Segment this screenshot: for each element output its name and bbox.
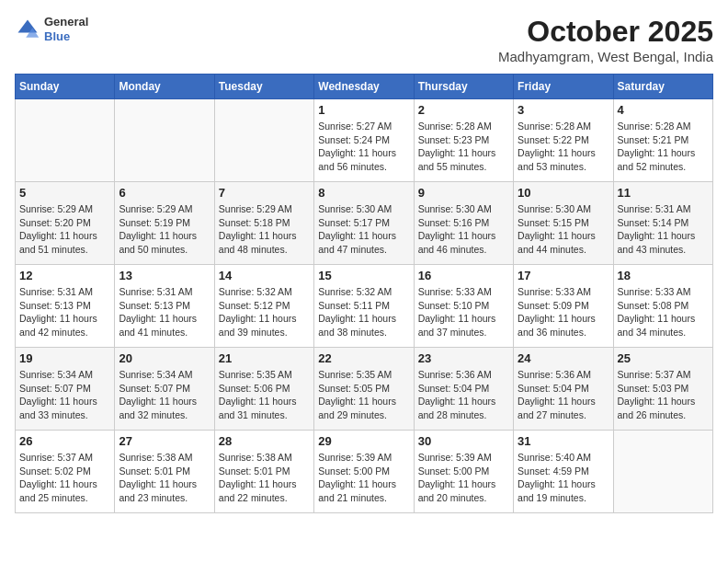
day-info: Sunrise: 5:36 AMSunset: 5:04 PMDaylight:… xyxy=(418,368,509,422)
day-info: Sunrise: 5:27 AMSunset: 5:24 PMDaylight:… xyxy=(318,120,409,174)
day-info: Sunrise: 5:39 AMSunset: 5:00 PMDaylight:… xyxy=(318,451,409,505)
calendar-cell: 20Sunrise: 5:34 AMSunset: 5:07 PMDayligh… xyxy=(115,348,214,431)
weekday-header: Sunday xyxy=(16,75,115,99)
day-number: 6 xyxy=(119,186,210,200)
day-info: Sunrise: 5:30 AMSunset: 5:15 PMDaylight:… xyxy=(518,202,609,257)
calendar-cell: 8Sunrise: 5:30 AMSunset: 5:17 PMDaylight… xyxy=(314,182,414,265)
weekday-header: Thursday xyxy=(414,75,513,99)
day-info: Sunrise: 5:28 AMSunset: 5:23 PMDaylight:… xyxy=(418,120,509,174)
calendar-cell: 22Sunrise: 5:35 AMSunset: 5:05 PMDayligh… xyxy=(314,348,414,431)
day-number: 9 xyxy=(418,186,509,200)
calendar-cell: 13Sunrise: 5:31 AMSunset: 5:13 PMDayligh… xyxy=(115,265,214,348)
day-info: Sunrise: 5:39 AMSunset: 5:00 PMDaylight:… xyxy=(418,451,509,505)
logo-icon xyxy=(15,17,40,42)
day-number: 10 xyxy=(518,186,609,200)
calendar-cell: 24Sunrise: 5:36 AMSunset: 5:04 PMDayligh… xyxy=(514,348,613,431)
day-info: Sunrise: 5:33 AMSunset: 5:09 PMDaylight:… xyxy=(518,285,609,339)
day-number: 1 xyxy=(318,103,409,117)
calendar-cell: 27Sunrise: 5:38 AMSunset: 5:01 PMDayligh… xyxy=(115,431,214,513)
calendar-cell: 31Sunrise: 5:40 AMSunset: 4:59 PMDayligh… xyxy=(514,431,613,513)
day-number: 3 xyxy=(518,103,609,117)
day-number: 24 xyxy=(518,351,609,365)
calendar-cell: 6Sunrise: 5:29 AMSunset: 5:19 PMDaylight… xyxy=(115,182,214,265)
weekday-header: Saturday xyxy=(613,75,712,99)
calendar-cell xyxy=(613,431,712,513)
calendar-cell: 21Sunrise: 5:35 AMSunset: 5:06 PMDayligh… xyxy=(214,348,313,431)
location: Madhyamgram, West Bengal, India xyxy=(498,49,713,64)
day-number: 7 xyxy=(219,186,310,200)
calendar-cell xyxy=(16,99,115,182)
calendar-cell: 5Sunrise: 5:29 AMSunset: 5:20 PMDaylight… xyxy=(16,182,115,265)
calendar-cell: 28Sunrise: 5:38 AMSunset: 5:01 PMDayligh… xyxy=(214,431,313,513)
calendar-cell: 10Sunrise: 5:30 AMSunset: 5:15 PMDayligh… xyxy=(514,182,613,265)
day-info: Sunrise: 5:34 AMSunset: 5:07 PMDaylight:… xyxy=(19,368,110,422)
day-info: Sunrise: 5:37 AMSunset: 5:02 PMDaylight:… xyxy=(19,451,110,505)
weekday-header: Tuesday xyxy=(214,75,313,99)
day-number: 20 xyxy=(119,351,210,365)
day-info: Sunrise: 5:31 AMSunset: 5:14 PMDaylight:… xyxy=(618,202,709,257)
month-title: October 2025 xyxy=(498,15,713,49)
day-number: 26 xyxy=(19,434,110,448)
day-number: 5 xyxy=(19,186,110,200)
day-info: Sunrise: 5:35 AMSunset: 5:06 PMDaylight:… xyxy=(219,368,310,422)
day-info: Sunrise: 5:31 AMSunset: 5:13 PMDaylight:… xyxy=(19,285,110,339)
day-number: 27 xyxy=(119,434,210,448)
day-info: Sunrise: 5:33 AMSunset: 5:08 PMDaylight:… xyxy=(618,285,709,339)
calendar-cell: 30Sunrise: 5:39 AMSunset: 5:00 PMDayligh… xyxy=(414,431,513,513)
day-info: Sunrise: 5:37 AMSunset: 5:03 PMDaylight:… xyxy=(618,368,709,422)
calendar-table: SundayMondayTuesdayWednesdayThursdayFrid… xyxy=(15,74,713,513)
calendar-cell: 16Sunrise: 5:33 AMSunset: 5:10 PMDayligh… xyxy=(414,265,513,348)
day-number: 30 xyxy=(418,434,509,448)
calendar-cell: 2Sunrise: 5:28 AMSunset: 5:23 PMDaylight… xyxy=(414,99,513,182)
day-info: Sunrise: 5:36 AMSunset: 5:04 PMDaylight:… xyxy=(518,368,609,422)
calendar-cell: 17Sunrise: 5:33 AMSunset: 5:09 PMDayligh… xyxy=(514,265,613,348)
day-info: Sunrise: 5:33 AMSunset: 5:10 PMDaylight:… xyxy=(418,285,509,339)
day-info: Sunrise: 5:31 AMSunset: 5:13 PMDaylight:… xyxy=(119,285,210,339)
calendar-week-row: 5Sunrise: 5:29 AMSunset: 5:20 PMDaylight… xyxy=(16,182,713,265)
logo: General Blue xyxy=(15,15,88,43)
day-number: 22 xyxy=(318,351,409,365)
day-number: 2 xyxy=(418,103,509,117)
day-info: Sunrise: 5:38 AMSunset: 5:01 PMDaylight:… xyxy=(119,451,210,505)
calendar-cell: 11Sunrise: 5:31 AMSunset: 5:14 PMDayligh… xyxy=(613,182,712,265)
day-number: 8 xyxy=(318,186,409,200)
calendar-cell: 9Sunrise: 5:30 AMSunset: 5:16 PMDaylight… xyxy=(414,182,513,265)
day-info: Sunrise: 5:29 AMSunset: 5:19 PMDaylight:… xyxy=(119,202,210,257)
day-info: Sunrise: 5:29 AMSunset: 5:18 PMDaylight:… xyxy=(219,202,310,257)
day-info: Sunrise: 5:28 AMSunset: 5:22 PMDaylight:… xyxy=(518,120,609,174)
day-number: 25 xyxy=(618,351,709,365)
calendar-cell: 29Sunrise: 5:39 AMSunset: 5:00 PMDayligh… xyxy=(314,431,414,513)
day-number: 19 xyxy=(19,351,110,365)
calendar-cell: 12Sunrise: 5:31 AMSunset: 5:13 PMDayligh… xyxy=(16,265,115,348)
calendar-cell: 18Sunrise: 5:33 AMSunset: 5:08 PMDayligh… xyxy=(613,265,712,348)
day-info: Sunrise: 5:34 AMSunset: 5:07 PMDaylight:… xyxy=(119,368,210,422)
day-number: 16 xyxy=(418,269,509,282)
calendar-cell: 3Sunrise: 5:28 AMSunset: 5:22 PMDaylight… xyxy=(514,99,613,182)
day-number: 14 xyxy=(219,269,310,282)
day-info: Sunrise: 5:29 AMSunset: 5:20 PMDaylight:… xyxy=(19,202,110,257)
day-info: Sunrise: 5:28 AMSunset: 5:21 PMDaylight:… xyxy=(618,120,709,174)
weekday-header: Wednesday xyxy=(314,75,414,99)
day-number: 4 xyxy=(618,103,709,117)
day-info: Sunrise: 5:35 AMSunset: 5:05 PMDaylight:… xyxy=(318,368,409,422)
calendar-week-row: 12Sunrise: 5:31 AMSunset: 5:13 PMDayligh… xyxy=(16,265,713,348)
day-info: Sunrise: 5:30 AMSunset: 5:17 PMDaylight:… xyxy=(318,202,409,257)
day-number: 31 xyxy=(518,434,609,448)
day-info: Sunrise: 5:40 AMSunset: 4:59 PMDaylight:… xyxy=(518,451,609,505)
calendar-cell: 25Sunrise: 5:37 AMSunset: 5:03 PMDayligh… xyxy=(613,348,712,431)
calendar-cell: 1Sunrise: 5:27 AMSunset: 5:24 PMDaylight… xyxy=(314,99,414,182)
weekday-header: Friday xyxy=(514,75,613,99)
weekday-header: Monday xyxy=(115,75,214,99)
day-info: Sunrise: 5:30 AMSunset: 5:16 PMDaylight:… xyxy=(418,202,509,257)
day-info: Sunrise: 5:32 AMSunset: 5:11 PMDaylight:… xyxy=(318,285,409,339)
logo-blue: Blue xyxy=(44,29,88,44)
logo-text: General Blue xyxy=(44,15,88,43)
day-number: 21 xyxy=(219,351,310,365)
day-number: 17 xyxy=(518,269,609,282)
day-number: 18 xyxy=(618,269,709,282)
calendar-cell: 23Sunrise: 5:36 AMSunset: 5:04 PMDayligh… xyxy=(414,348,513,431)
calendar-cell xyxy=(214,99,313,182)
calendar-cell: 26Sunrise: 5:37 AMSunset: 5:02 PMDayligh… xyxy=(16,431,115,513)
page-header: General Blue October 2025 Madhyamgram, W… xyxy=(15,15,713,64)
day-number: 15 xyxy=(318,269,409,282)
